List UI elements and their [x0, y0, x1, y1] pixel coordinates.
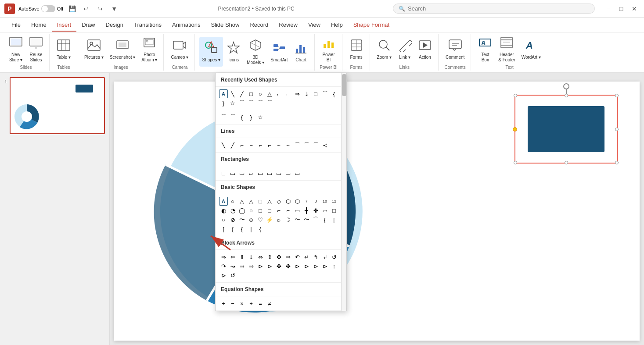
shape-item[interactable]: ○ — [219, 215, 228, 224]
shape-item[interactable]: ○ — [247, 206, 255, 215]
shape-item[interactable]: ⇒ — [219, 253, 228, 261]
tab-design[interactable]: Design — [101, 19, 129, 32]
tab-file[interactable]: File — [6, 19, 26, 32]
shape-item[interactable]: ◇ — [274, 197, 283, 206]
shape-item[interactable]: ↝ — [228, 262, 237, 270]
link-button[interactable]: Link ▾ — [395, 34, 414, 64]
close-icon[interactable]: ✕ — [629, 4, 640, 14]
tab-review[interactable]: Review — [273, 19, 303, 32]
photo-album-button[interactable]: PhotoAlbum ▾ — [139, 34, 160, 64]
shape-item[interactable]: ⇒ — [293, 89, 302, 98]
shape-item[interactable]: { — [237, 113, 246, 121]
shape-item[interactable]: ⌒ — [265, 99, 274, 107]
shape-item[interactable]: } — [247, 113, 255, 121]
minimize-icon[interactable]: − — [603, 4, 613, 14]
shape-item[interactable]: ☆ — [256, 113, 265, 121]
handle-bc[interactable] — [565, 161, 568, 164]
shape-item[interactable]: □ — [219, 169, 228, 178]
shape-item[interactable]: ⊘ — [228, 215, 237, 224]
3d-models-button[interactable]: 3DModels ▾ — [244, 37, 267, 67]
shape-item[interactable]: ⌒ — [293, 141, 302, 149]
shape-item[interactable]: ⌒ — [302, 141, 311, 149]
shape-item[interactable]: ♡ — [256, 215, 265, 224]
shape-item[interactable]: □ — [256, 206, 265, 215]
shape-item[interactable]: ⊳ — [256, 262, 265, 270]
save-icon[interactable]: 💾 — [67, 4, 77, 14]
handle-mr[interactable] — [615, 128, 619, 131]
new-slide-button[interactable]: NewSlide ▾ — [6, 34, 25, 64]
pictures-button[interactable]: Pictures ▾ — [82, 34, 106, 64]
handle-tr[interactable] — [615, 94, 619, 97]
shape-item[interactable]: 12 — [330, 197, 338, 206]
shape-item[interactable]: + — [219, 299, 228, 308]
powerbi-button[interactable]: PowerBI — [319, 34, 338, 64]
shape-item[interactable]: ↲ — [320, 253, 329, 261]
rotate-handle[interactable] — [563, 83, 569, 89]
shape-item[interactable]: ↷ — [219, 262, 228, 270]
shape-item[interactable]: ⌐ — [274, 206, 283, 215]
tab-animations[interactable]: Animations — [167, 19, 205, 32]
shape-item[interactable]: ▭ — [274, 169, 283, 178]
shape-item[interactable]: △ — [265, 89, 274, 98]
shape-item[interactable]: A — [219, 197, 228, 206]
shape-item[interactable]: ▭ — [256, 169, 265, 178]
shape-item[interactable]: △ — [237, 197, 246, 206]
shape-item[interactable]: ⊳ — [311, 262, 320, 270]
maximize-icon[interactable]: □ — [616, 4, 626, 14]
shape-item[interactable]: ⌐ — [237, 141, 246, 149]
shape-item[interactable]: ≠ — [265, 299, 274, 308]
shape-item[interactable]: □ — [247, 89, 255, 98]
smartart-button[interactable]: SmartArt — [268, 37, 290, 67]
shape-item[interactable]: ☺ — [247, 215, 255, 224]
shape-item[interactable]: ↵ — [302, 253, 311, 261]
shape-item[interactable]: 8 — [311, 197, 320, 206]
shape-item[interactable]: ↺ — [228, 271, 237, 280]
tab-slideshow[interactable]: Slide Show — [205, 19, 245, 32]
shape-item[interactable]: ☼ — [274, 215, 283, 224]
shape-item[interactable]: ~ — [284, 141, 292, 149]
shape-item[interactable]: ╱ — [237, 89, 246, 98]
shape-item[interactable]: ▱ — [247, 169, 255, 178]
shape-item[interactable]: [ — [330, 215, 338, 224]
shape-item[interactable]: ☆ — [228, 99, 237, 107]
shapes-scrollbar[interactable] — [341, 73, 346, 311]
shape-item[interactable]: ⌐ — [284, 89, 292, 98]
shape-item[interactable]: ⌐ — [274, 89, 283, 98]
shape-item[interactable]: ⌒ — [219, 113, 228, 121]
scrollbar-thumb[interactable] — [342, 74, 346, 96]
slide-canvas[interactable] — [114, 82, 640, 341]
shape-item[interactable]: × — [237, 299, 246, 308]
shapes-button[interactable]: Shapes ▾ — [199, 37, 223, 67]
handle-ml-yellow[interactable] — [513, 127, 517, 132]
shape-item[interactable]: □ — [256, 197, 265, 206]
shape-item[interactable]: − — [228, 299, 237, 308]
tab-home[interactable]: Home — [26, 19, 52, 32]
shape-item[interactable]: △ — [265, 197, 274, 206]
tab-draw[interactable]: Draw — [76, 19, 100, 32]
shape-item[interactable]: = — [256, 299, 265, 308]
shape-item[interactable]: | — [247, 224, 255, 233]
slide-thumbnail[interactable] — [10, 77, 105, 134]
screenshot-button[interactable]: Screenshot ▾ — [107, 34, 138, 64]
shape-item[interactable]: { — [320, 215, 329, 224]
shape-item[interactable]: [ — [219, 224, 228, 233]
textbox-button[interactable]: A TextBox — [475, 34, 495, 64]
shape-item[interactable]: ⬡ — [284, 197, 292, 206]
shape-item[interactable]: ◔ — [228, 206, 237, 215]
shape-item[interactable]: 7 — [302, 197, 311, 206]
shape-item[interactable]: ╲ — [228, 89, 237, 98]
shape-item[interactable]: ↰ — [311, 253, 320, 261]
icons-button[interactable]: Icons — [224, 37, 243, 67]
redo-icon[interactable]: ↪ — [95, 4, 105, 14]
shape-item[interactable]: ⇐ — [228, 253, 237, 261]
shape-item[interactable]: 〜 — [293, 215, 302, 224]
forms-button[interactable]: Forms — [347, 34, 366, 64]
search-input[interactable] — [408, 5, 589, 12]
shape-item[interactable]: ⌒ — [320, 89, 329, 98]
action-button[interactable]: Action — [415, 34, 435, 64]
shape-item[interactable]: ▭ — [228, 169, 237, 178]
shape-item[interactable]: ⌐ — [284, 206, 292, 215]
shape-item[interactable]: ↺ — [330, 253, 338, 261]
handle-bl[interactable] — [514, 161, 517, 164]
shape-item[interactable]: { — [256, 224, 265, 233]
